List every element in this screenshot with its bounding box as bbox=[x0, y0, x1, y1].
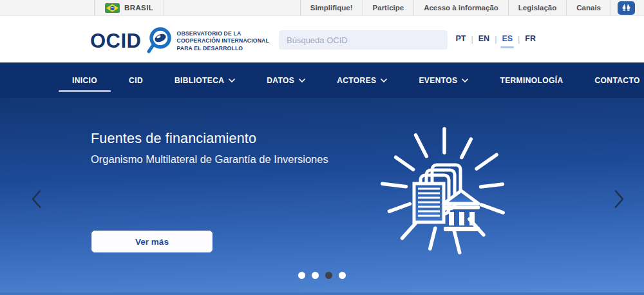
main-navigation: INICIO CID BIBLIOTECA DATOS ACTORES EVEN… bbox=[0, 62, 644, 98]
vlibras-hands-icon bbox=[621, 3, 632, 13]
documents-bank-sunburst-icon bbox=[377, 124, 512, 262]
brasil-label: BRASIL bbox=[124, 4, 153, 12]
hero-carousel: Fuentes de financiamiento Organismo Mult… bbox=[0, 98, 644, 295]
vlibras-accessibility-button[interactable] bbox=[618, 1, 635, 15]
topbar-links: Simplifique! Participe Acesso à informaç… bbox=[300, 0, 644, 15]
nav-item-terminologia[interactable]: TERMINOLOGÍA bbox=[500, 76, 563, 85]
chevron-right-icon bbox=[614, 201, 625, 211]
chevron-down-icon bbox=[381, 78, 387, 82]
hero-subtitle: Organismo Multilateral de Garantía de In… bbox=[91, 153, 328, 166]
nav-item-actores[interactable]: ACTORES bbox=[337, 76, 387, 85]
carousel-next-button[interactable] bbox=[611, 187, 627, 213]
carousel-prev-button[interactable] bbox=[28, 187, 44, 213]
chevron-left-icon bbox=[31, 201, 42, 211]
chevron-down-icon bbox=[229, 78, 235, 82]
ocid-logo-acronym: OCID bbox=[90, 30, 142, 53]
government-topbar: BRASIL Simplifique! Participe Acesso à i… bbox=[0, 0, 644, 16]
nav-item-inicio[interactable]: INICIO bbox=[72, 76, 97, 85]
search-container bbox=[279, 30, 448, 50]
brasil-flag-icon bbox=[105, 3, 120, 13]
carousel-dot-2[interactable] bbox=[312, 272, 319, 279]
lang-pt[interactable]: PT bbox=[456, 34, 466, 44]
ver-mas-button[interactable]: Ver más bbox=[91, 231, 213, 252]
section-divider bbox=[0, 292, 644, 295]
carousel-dot-3-active[interactable] bbox=[325, 272, 332, 279]
ocid-logo-fullname: OBSERVATORIO DE LA COOPERACIÓN INTERNACI… bbox=[177, 30, 269, 52]
ocid-homepage: BRASIL Simplifique! Participe Acesso à i… bbox=[0, 0, 644, 295]
magnifier-eye-icon bbox=[146, 26, 173, 58]
lang-separator: | bbox=[518, 35, 520, 44]
language-switcher: PT | EN | ES | FR bbox=[456, 16, 536, 62]
brasil-gov-link[interactable]: BRASIL bbox=[94, 0, 164, 15]
carousel-dot-4[interactable] bbox=[339, 272, 346, 279]
topbar-link-participe[interactable]: Participe bbox=[363, 0, 414, 15]
hero-title: Fuentes de financiamiento bbox=[91, 131, 256, 147]
lang-es-active[interactable]: ES bbox=[502, 34, 513, 44]
nav-item-datos[interactable]: DATOS bbox=[267, 76, 305, 85]
carousel-dot-1[interactable] bbox=[298, 272, 305, 279]
chevron-down-icon bbox=[462, 78, 468, 82]
ocid-logo[interactable]: OCID OBSERVATORIO DE LA COOPERACIÓN INTE… bbox=[90, 24, 269, 58]
topbar-link-simplifique[interactable]: Simplifique! bbox=[300, 0, 363, 15]
lang-separator: | bbox=[471, 35, 473, 44]
lang-fr[interactable]: FR bbox=[525, 34, 536, 44]
carousel-dots bbox=[298, 272, 346, 279]
topbar-link-legislacao[interactable]: Legislação bbox=[508, 0, 566, 15]
chevron-down-icon bbox=[299, 78, 305, 82]
lang-en[interactable]: EN bbox=[478, 34, 489, 44]
topbar-link-canais[interactable]: Canais bbox=[566, 0, 611, 15]
nav-item-biblioteca[interactable]: BIBLIOTECA bbox=[175, 76, 235, 85]
nav-item-cid[interactable]: CID bbox=[129, 76, 143, 85]
nav-item-contacto[interactable]: CONTACTO bbox=[595, 76, 640, 85]
nav-item-eventos[interactable]: EVENTOS bbox=[419, 76, 468, 85]
topbar-link-acesso-informacao[interactable]: Acesso à informação bbox=[413, 0, 508, 15]
site-header: OCID OBSERVATORIO DE LA COOPERACIÓN INTE… bbox=[0, 16, 644, 62]
lang-separator: | bbox=[495, 35, 497, 44]
search-input[interactable] bbox=[279, 30, 448, 50]
